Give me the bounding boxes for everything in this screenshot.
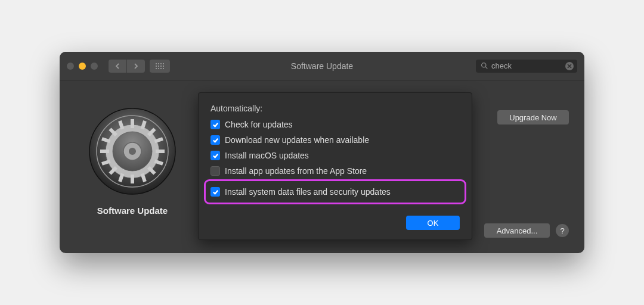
checkbox[interactable] [210, 187, 220, 197]
ok-button[interactable]: OK [406, 216, 460, 230]
grid-icon [156, 63, 164, 69]
window-controls [67, 63, 98, 70]
minimize-window-icon[interactable] [79, 63, 86, 70]
option-row: Download new updates when available [210, 132, 460, 148]
x-icon [567, 64, 572, 69]
svg-line-1 [485, 67, 487, 69]
window-title: Software Update [291, 61, 353, 71]
nav-forward-button[interactable] [127, 60, 145, 73]
svg-line-15 [143, 174, 145, 182]
option-row: Install app updates from the App Store [210, 163, 460, 179]
chevron-right-icon [134, 63, 138, 69]
software-update-gear-icon [88, 107, 177, 196]
svg-point-0 [482, 63, 486, 67]
options-list: Check for updatesDownload new updates wh… [210, 117, 460, 201]
titlebar: Software Update [60, 52, 584, 80]
checkmark-icon [212, 189, 219, 195]
nav-buttons [109, 60, 145, 73]
checkbox[interactable] [210, 135, 220, 145]
search-icon [481, 62, 488, 70]
maximize-window-icon[interactable] [91, 63, 98, 70]
help-button[interactable]: ? [556, 224, 569, 237]
svg-line-19 [155, 161, 163, 164]
svg-line-16 [102, 139, 110, 142]
advanced-options-sheet: Automatically: Check for updatesDownload… [198, 92, 472, 240]
checkbox[interactable] [210, 120, 220, 129]
clear-search-button[interactable] [565, 62, 574, 70]
nav-back-button[interactable] [109, 60, 126, 73]
svg-point-21 [129, 148, 136, 155]
advanced-button[interactable]: Advanced... [484, 223, 550, 238]
sidebar-label: Software Update [97, 206, 168, 216]
sheet-footer: OK [210, 216, 460, 230]
chevron-left-icon [115, 63, 120, 69]
option-row: Check for updates [210, 117, 460, 132]
right-panel: Upgrade Now Advanced... ? [476, 92, 571, 240]
bottom-right-controls: Advanced... ? [476, 223, 569, 240]
main-panel: Automatically: Check for updatesDownload… [198, 92, 571, 240]
option-label: Install macOS updates [225, 151, 309, 160]
checkbox[interactable] [210, 151, 220, 160]
option-row: Install macOS updates [210, 148, 460, 163]
close-window-icon[interactable] [67, 63, 74, 70]
show-all-button[interactable] [150, 60, 170, 73]
sheet-heading: Automatically: [210, 104, 460, 113]
option-row: Install system data files and security u… [207, 182, 463, 201]
option-label: Install app updates from the App Store [225, 166, 367, 176]
svg-line-18 [155, 139, 163, 142]
content-area: Software Update Automatically: Check for… [60, 80, 584, 253]
search-input[interactable] [476, 60, 577, 73]
checkbox[interactable] [210, 166, 220, 176]
option-label: Install system data files and security u… [225, 187, 391, 197]
svg-line-13 [143, 121, 145, 129]
checkmark-icon [212, 137, 219, 144]
svg-line-12 [120, 121, 123, 129]
option-label: Check for updates [225, 120, 293, 129]
option-label: Download new updates when available [225, 135, 369, 145]
search-field-wrap [476, 60, 577, 73]
checkmark-icon [212, 152, 219, 159]
svg-line-14 [120, 174, 123, 182]
upgrade-now-button[interactable]: Upgrade Now [497, 110, 569, 125]
sidebar: Software Update [73, 92, 192, 240]
svg-line-17 [102, 161, 110, 164]
checkmark-icon [212, 122, 219, 128]
preferences-window: Software Update [60, 52, 584, 253]
